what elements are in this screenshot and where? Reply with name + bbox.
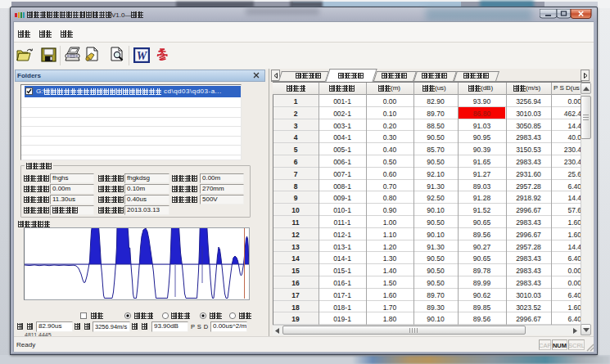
svg-text:W: W	[137, 50, 148, 62]
